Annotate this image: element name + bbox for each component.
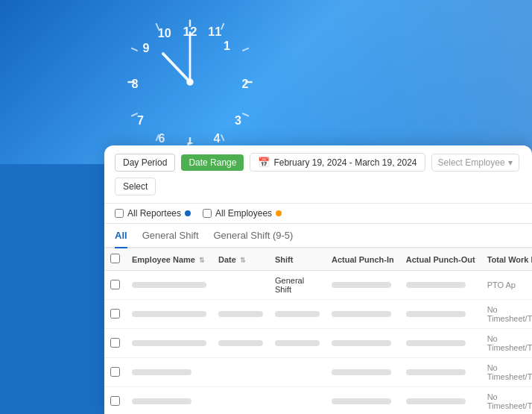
tab-all[interactable]: All bbox=[115, 224, 127, 248]
row-checkbox-cell bbox=[104, 271, 126, 300]
col-header-total: Total Work Hrs bbox=[481, 248, 532, 271]
select-employee-dropdown[interactable]: Select Employee ▾ bbox=[431, 154, 519, 172]
col-label-shift: Shift bbox=[275, 255, 293, 264]
col-header-punch-out: Actual Punch-Out bbox=[400, 248, 481, 271]
sort-icon-date[interactable]: ⇅ bbox=[240, 257, 246, 264]
punch-in-placeholder bbox=[332, 311, 391, 317]
row-employee-name-cell bbox=[126, 358, 212, 387]
row-date-cell bbox=[212, 271, 269, 300]
row-checkbox[interactable] bbox=[110, 338, 120, 348]
hero-background bbox=[234, 0, 532, 164]
row-checkbox[interactable] bbox=[110, 280, 120, 289]
date-placeholder bbox=[218, 311, 263, 317]
row-punch-in-cell bbox=[326, 300, 400, 329]
employee-name-placeholder bbox=[132, 398, 191, 404]
row-punch-in-cell bbox=[326, 329, 400, 358]
row-shift-value: General Shift bbox=[275, 276, 304, 294]
row-total-value: No Timesheet/Tim bbox=[487, 363, 532, 381]
all-reportees-filter[interactable]: All Reportees bbox=[115, 208, 191, 219]
clock: 12 1 2 3 4 5 6 7 8 9 10 11 bbox=[119, 11, 261, 153]
row-total-cell: No Timesheet/Tim bbox=[481, 387, 532, 415]
tab-general-shift[interactable]: General Shift bbox=[142, 224, 199, 248]
date-range-display[interactable]: 📅 February 19, 2024 - March 19, 2024 bbox=[250, 153, 425, 172]
svg-line-2 bbox=[242, 48, 249, 51]
shift-placeholder bbox=[275, 311, 320, 317]
svg-line-1 bbox=[221, 23, 224, 30]
row-total-value: PTO Ap bbox=[487, 280, 516, 289]
sort-icon-employee-name[interactable]: ⇅ bbox=[199, 257, 205, 264]
row-punch-out-cell bbox=[400, 271, 481, 300]
col-label-employee-name: Employee Name bbox=[132, 255, 195, 264]
col-header-shift: Shift bbox=[269, 248, 326, 271]
svg-text:10: 10 bbox=[158, 26, 171, 40]
row-employee-name-cell bbox=[126, 329, 212, 358]
employee-name-placeholder bbox=[132, 340, 206, 346]
svg-line-10 bbox=[131, 48, 138, 51]
day-period-button[interactable]: Day Period bbox=[115, 154, 175, 172]
col-label-date: Date bbox=[218, 255, 236, 264]
row-total-cell: No Timesheet/Tim bbox=[481, 300, 532, 329]
chevron-down-icon: ▾ bbox=[508, 157, 513, 168]
row-employee-name-cell bbox=[126, 271, 212, 300]
row-date-cell bbox=[212, 358, 269, 387]
table-row: No Timesheet/Tim bbox=[104, 358, 532, 387]
col-header-employee-name: Employee Name ⇅ bbox=[126, 248, 212, 271]
punch-out-placeholder bbox=[406, 311, 466, 317]
row-date-cell bbox=[212, 300, 269, 329]
employee-name-placeholder bbox=[132, 311, 206, 317]
tab-general-shift-95[interactable]: General Shift (9-5) bbox=[214, 224, 294, 248]
row-punch-in-cell bbox=[326, 358, 400, 387]
employee-name-placeholder bbox=[132, 369, 191, 375]
employee-name-placeholder bbox=[132, 282, 206, 288]
main-card: Day Period Date Range 📅 February 19, 202… bbox=[104, 145, 532, 414]
calendar-icon: 📅 bbox=[258, 157, 270, 168]
row-checkbox[interactable] bbox=[110, 309, 120, 319]
table-row: No Timesheet/Tim bbox=[104, 329, 532, 358]
date-range-value: February 19, 2024 - March 19, 2024 bbox=[273, 157, 417, 168]
row-total-cell: PTO Ap bbox=[481, 271, 532, 300]
punch-out-placeholder bbox=[406, 282, 466, 288]
row-total-value: No Timesheet/Tim bbox=[487, 392, 532, 410]
all-employees-filter[interactable]: All Employees bbox=[203, 208, 282, 219]
all-reportees-label: All Reportees bbox=[127, 208, 181, 219]
row-date-cell bbox=[212, 387, 269, 415]
all-employees-checkbox[interactable] bbox=[203, 209, 212, 218]
row-total-value: No Timesheet/Tim bbox=[487, 334, 532, 352]
svg-text:8: 8 bbox=[131, 77, 138, 90]
row-checkbox[interactable] bbox=[110, 396, 120, 406]
svg-line-25 bbox=[163, 54, 190, 82]
toolbar: Day Period Date Range 📅 February 19, 202… bbox=[104, 145, 532, 204]
row-checkbox[interactable] bbox=[110, 367, 120, 377]
row-punch-out-cell bbox=[400, 329, 481, 358]
col-header-date: Date ⇅ bbox=[212, 248, 269, 271]
filter-row: All Reportees All Employees bbox=[104, 204, 532, 224]
select-employee-label: Select Employee bbox=[438, 157, 505, 168]
row-checkbox-cell bbox=[104, 387, 126, 415]
row-checkbox-cell bbox=[104, 300, 126, 329]
row-date-cell bbox=[212, 329, 269, 358]
select-all-checkbox[interactable] bbox=[110, 254, 120, 263]
date-range-button[interactable]: Date Range bbox=[181, 154, 244, 171]
punch-out-placeholder bbox=[406, 398, 466, 404]
row-total-cell: No Timesheet/Tim bbox=[481, 329, 532, 358]
all-reportees-dot bbox=[185, 210, 191, 216]
svg-text:2: 2 bbox=[242, 77, 249, 90]
row-checkbox-cell bbox=[104, 329, 126, 358]
svg-text:3: 3 bbox=[235, 113, 241, 127]
select-button[interactable]: Select bbox=[115, 178, 156, 195]
svg-line-4 bbox=[242, 113, 249, 116]
timesheet-table: Employee Name ⇅ Date ⇅ Shift Actual Punc… bbox=[104, 248, 532, 414]
table-header-row: Employee Name ⇅ Date ⇅ Shift Actual Punc… bbox=[104, 248, 532, 271]
table-row: No Timesheet/Tim bbox=[104, 300, 532, 329]
svg-text:11: 11 bbox=[208, 25, 221, 38]
svg-text:4: 4 bbox=[214, 131, 221, 145]
svg-text:9: 9 bbox=[143, 41, 150, 54]
table-row: General Shift PTO Ap bbox=[104, 271, 532, 300]
punch-out-placeholder bbox=[406, 340, 466, 346]
col-header-punch-in: Actual Punch-In bbox=[326, 248, 400, 271]
row-punch-in-cell bbox=[326, 387, 400, 415]
row-shift-cell: General Shift bbox=[269, 271, 326, 300]
punch-in-placeholder bbox=[332, 282, 391, 288]
all-reportees-checkbox[interactable] bbox=[115, 209, 124, 218]
svg-text:6: 6 bbox=[159, 131, 165, 145]
